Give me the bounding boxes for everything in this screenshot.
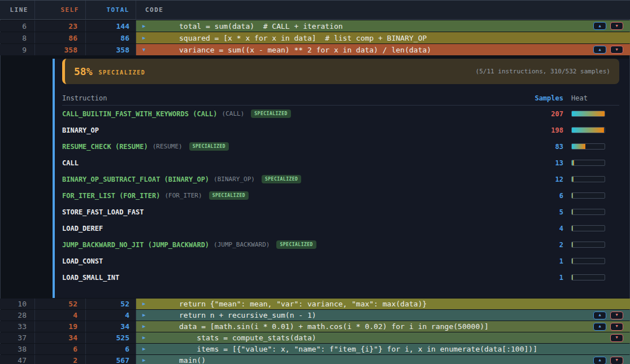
code-line-row[interactable]: 2844▶return n + recursive_sum(n - 1)▲▼ — [0, 310, 630, 321]
heat-cell — [570, 242, 619, 248]
code-cell[interactable]: ▶squared = [x * x for x in data] # list … — [136, 32, 630, 43]
code-cell[interactable]: ▶total = sum(data) # CALL + iteration▲▼ — [136, 20, 630, 32]
column-header-code: CODE — [136, 1, 630, 19]
move-down-button[interactable]: ▼ — [610, 357, 623, 364]
code-cell[interactable]: ▶data = [math.sin(i * 0.01) + math.cos(i… — [136, 321, 630, 332]
instruction-name-cell: LOAD_DEREF — [62, 225, 506, 233]
base-instruction-name: (FOR_ITER) — [164, 192, 202, 199]
heat-bar-track — [571, 192, 605, 199]
instruction-name-cell: LOAD_CONST — [62, 257, 506, 265]
instruction-name-cell: CALL — [62, 159, 506, 167]
heat-bar-fill — [572, 160, 574, 165]
move-up-button[interactable]: ▲ — [593, 312, 606, 319]
line-number: 47 — [0, 355, 35, 364]
heat-cell — [570, 127, 619, 133]
instruction-row: LOAD_SMALL_INT1 — [62, 269, 619, 286]
code-line-row[interactable]: 623144▶total = sum(data) # CALL + iterat… — [0, 20, 630, 32]
heat-cell — [570, 143, 619, 150]
code-cell[interactable]: ▼variance = sum((x - mean) ** 2 for x in… — [136, 44, 630, 55]
self-samples-value: 52 — [35, 299, 86, 309]
column-header-heat: Heat — [570, 94, 619, 102]
code-text: squared = [x * x for x in data] # list c… — [179, 34, 427, 42]
expand-toggle-icon[interactable]: ▶ — [142, 335, 149, 340]
code-line-row[interactable]: 331934▶data = [math.sin(i * 0.01) + math… — [0, 321, 630, 332]
code-text: total = sum(data) # CALL + iteration — [179, 22, 343, 30]
heat-bar-fill — [572, 111, 605, 116]
self-samples-value: 4 — [35, 310, 86, 321]
move-down-button[interactable]: ▼ — [610, 323, 623, 331]
heat-cell — [570, 225, 619, 231]
self-samples-value: 2 — [35, 355, 86, 364]
heat-bar-track — [571, 127, 605, 133]
instruction-name-cell: FOR_ITER_LIST (FOR_ITER)(FOR_ITER)SPECIA… — [62, 191, 506, 200]
total-samples-value: 525 — [86, 332, 136, 343]
instruction-name: BINARY_OP — [62, 126, 99, 134]
self-samples-value: 358 — [35, 44, 86, 55]
move-up-button[interactable]: ▲ — [593, 323, 606, 331]
samples-value: 1 — [512, 274, 563, 282]
samples-value: 6 — [512, 192, 563, 200]
line-detail-panel: 58% SPECIALIZED (5/11 instructions, 310/… — [53, 59, 630, 298]
move-down-button[interactable]: ▼ — [610, 22, 623, 30]
expand-toggle-icon[interactable]: ▶ — [142, 347, 149, 352]
total-samples-value: 52 — [86, 299, 136, 309]
expand-toggle-icon[interactable]: ▶ — [142, 36, 149, 41]
instruction-row: LOAD_CONST1 — [62, 253, 619, 269]
heat-bar-track — [571, 176, 605, 182]
line-number: 9 — [0, 44, 35, 55]
total-samples-value: 86 — [86, 32, 136, 43]
move-up-button[interactable]: ▲ — [593, 46, 606, 54]
move-up-button[interactable]: ▲ — [593, 357, 606, 364]
expand-toggle-icon[interactable]: ▶ — [142, 313, 149, 318]
move-down-button[interactable]: ▼ — [610, 46, 623, 54]
code-cell[interactable]: ▶return {"mean": mean, "var": variance, … — [136, 299, 630, 309]
samples-value: 4 — [512, 225, 563, 233]
instruction-row: CALL13 — [62, 155, 619, 171]
samples-value: 13 — [512, 159, 563, 167]
code-rows-top: 623144▶total = sum(data) # CALL + iterat… — [0, 20, 630, 55]
code-line-row[interactable]: 88686▶squared = [x * x for x in data] # … — [0, 32, 630, 43]
code-rows-bottom: 105252▶return {"mean": mean, "var": vari… — [0, 299, 630, 364]
move-down-button[interactable]: ▼ — [610, 334, 623, 342]
code-line-row[interactable]: 3866▶ items = [{"value": x, "name": f"it… — [0, 344, 630, 354]
code-text: items = [{"value": x, "name": f"item_{i}… — [179, 345, 537, 353]
expand-toggle-icon[interactable]: ▶ — [142, 301, 149, 306]
code-line-row[interactable]: 3734525▶ stats = compute_stats(data)▼ — [0, 332, 630, 343]
code-cell[interactable]: ▶main()▲▼ — [136, 355, 630, 364]
column-header-total: TOTAL — [86, 1, 136, 19]
instruction-name: FOR_ITER_LIST (FOR_ITER) — [62, 192, 160, 200]
samples-value: 5 — [512, 208, 563, 216]
collapse-toggle-icon[interactable]: ▼ — [142, 47, 149, 52]
code-line-row[interactable]: 9358358▼variance = sum((x - mean) ** 2 f… — [0, 44, 630, 55]
code-cell[interactable]: ▶ stats = compute_stats(data)▼ — [136, 332, 630, 343]
heat-bar-track — [571, 143, 605, 150]
self-samples-value: 34 — [35, 332, 86, 343]
samples-value: 83 — [512, 143, 563, 151]
instruction-name: LOAD_SMALL_INT — [62, 274, 119, 282]
instruction-row: BINARY_OP_SUBTRACT_FLOAT (BINARY_OP)(BIN… — [62, 171, 619, 187]
move-down-button[interactable]: ▼ — [610, 312, 623, 319]
expand-toggle-icon[interactable]: ▶ — [142, 358, 149, 363]
heat-bar-fill — [572, 226, 573, 231]
instruction-row: CALL_BUILTIN_FAST_WITH_KEYWORDS (CALL)(C… — [62, 106, 619, 122]
line-number: 6 — [0, 20, 35, 32]
base-instruction-name: (BINARY_OP) — [214, 176, 255, 183]
heat-cell — [570, 274, 619, 280]
move-up-button[interactable]: ▲ — [593, 22, 606, 30]
base-instruction-name: (JUMP_BACKWARD) — [214, 241, 270, 248]
heat-bar-fill — [572, 193, 573, 198]
specialized-detail: (5/11 instructions, 310/532 samples) — [476, 68, 610, 75]
code-line-row[interactable]: 105252▶return {"mean": mean, "var": vari… — [0, 299, 630, 309]
instruction-name-cell: RESUME_CHECK (RESUME)(RESUME)SPECIALIZED — [62, 142, 506, 151]
instruction-name: CALL — [62, 159, 79, 167]
row-actions: ▲▼ — [593, 46, 623, 54]
expand-toggle-icon[interactable]: ▶ — [142, 24, 149, 29]
code-line-row[interactable]: 472567▶main()▲▼ — [0, 355, 630, 364]
code-cell[interactable]: ▶ items = [{"value": x, "name": f"item_{… — [136, 344, 630, 354]
expand-toggle-icon[interactable]: ▶ — [142, 324, 149, 329]
instruction-row: FOR_ITER_LIST (FOR_ITER)(FOR_ITER)SPECIA… — [62, 187, 619, 204]
code-cell[interactable]: ▶return n + recursive_sum(n - 1)▲▼ — [136, 310, 630, 321]
code-text: stats = compute_stats(data) — [179, 334, 316, 342]
heat-bar-fill — [572, 209, 573, 214]
heat-cell — [570, 176, 619, 182]
